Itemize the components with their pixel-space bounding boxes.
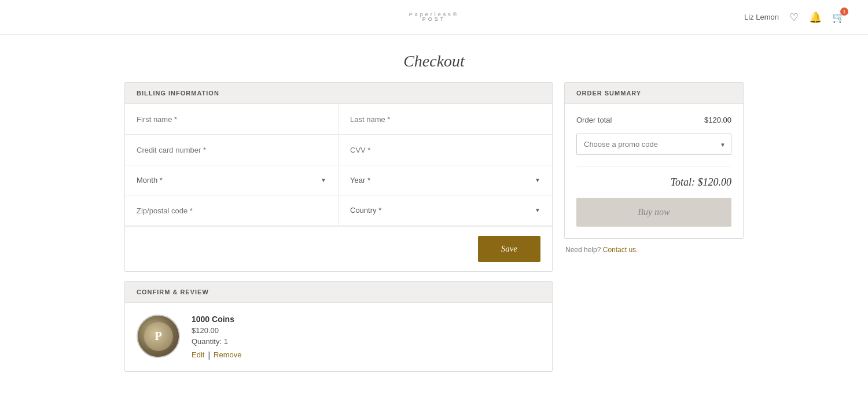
last-name-input[interactable] — [350, 115, 540, 124]
month-wrapper: Month * JanuaryFebruaryMarch AprilMayJun… — [137, 176, 326, 184]
product-thumbnail-inner: P — [144, 322, 173, 351]
credit-card-input[interactable] — [137, 146, 326, 154]
zip-cell — [125, 195, 339, 226]
order-total-row: Order total $120.00 — [576, 116, 731, 124]
cvv-cell — [339, 135, 552, 165]
month-cell: Month * JanuaryFebruaryMarch AprilMayJun… — [125, 165, 339, 195]
product-info: 1000 Coins $120.00 Quantity: 1 Edit | Re… — [192, 315, 241, 360]
order-divider — [576, 167, 731, 167]
zip-input[interactable] — [137, 206, 326, 215]
page-title: Checkout — [0, 35, 868, 82]
cart-icon[interactable]: 🛒 1 — [832, 11, 845, 24]
favorites-icon[interactable]: ♡ — [789, 11, 799, 24]
billing-section: BILLING INFORMATION — [124, 82, 553, 381]
confirm-card: CONFIRM & REVIEW P 1000 Coins $120.00 Qu… — [124, 281, 553, 372]
promo-select[interactable]: Choose a promo code — [576, 134, 731, 155]
site-logo: Paperless® POST — [409, 13, 459, 22]
product-thumbnail: P — [137, 315, 180, 358]
edit-link[interactable]: Edit — [192, 350, 204, 360]
credit-card-cell — [125, 135, 339, 165]
country-select[interactable]: Country * United StatesUnited Kingdom Ca… — [350, 206, 540, 215]
order-summary-card: ORDER SUMMARY Order total $120.00 Choose… — [564, 82, 744, 239]
billing-form: Month * JanuaryFebruaryMarch AprilMayJun… — [125, 104, 552, 226]
order-body: Order total $120.00 Choose a promo code … — [565, 104, 743, 238]
country-wrapper: Country * United StatesUnited Kingdom Ca… — [350, 206, 540, 215]
contact-link[interactable]: Contact us. — [603, 246, 638, 254]
save-row: Save — [125, 226, 552, 271]
order-total-display: Total: $120.00 — [576, 176, 731, 188]
action-separator: | — [208, 350, 210, 360]
billing-card: BILLING INFORMATION — [124, 82, 553, 272]
product-name: 1000 Coins — [192, 315, 241, 324]
cart-badge: 1 — [840, 8, 848, 16]
header-right: Liz Lemon ♡ 🔔 🛒 1 — [744, 11, 845, 24]
confirm-body: P 1000 Coins $120.00 Quantity: 1 Edit | … — [125, 303, 552, 371]
first-name-cell — [125, 104, 339, 135]
order-summary-section: ORDER SUMMARY Order total $120.00 Choose… — [564, 82, 744, 381]
promo-wrapper: Choose a promo code ▼ — [576, 134, 731, 155]
order-total-label: Order total — [576, 116, 612, 124]
need-help: Need help? Contact us. — [564, 246, 744, 254]
month-select[interactable]: Month * JanuaryFebruaryMarch AprilMayJun… — [137, 176, 326, 184]
year-select[interactable]: Year * 202420252026 202720282029 2030 — [350, 176, 540, 184]
buy-now-button[interactable]: Buy now — [576, 198, 731, 227]
product-quantity: Quantity: 1 — [192, 337, 241, 346]
last-name-cell — [339, 104, 552, 135]
first-name-input[interactable] — [137, 115, 326, 124]
order-summary-header: ORDER SUMMARY — [565, 83, 743, 104]
country-cell: Country * United StatesUnited Kingdom Ca… — [339, 195, 552, 226]
product-icon: P — [155, 330, 161, 343]
remove-link[interactable]: Remove — [214, 350, 241, 360]
year-wrapper: Year * 202420252026 202720282029 2030 ▼ — [350, 176, 540, 184]
product-actions: Edit | Remove — [192, 350, 241, 360]
billing-header: BILLING INFORMATION — [125, 83, 552, 104]
need-help-text: Need help? — [565, 246, 601, 254]
cvv-input[interactable] — [350, 146, 540, 154]
main-content: BILLING INFORMATION — [58, 82, 810, 381]
order-total-value: $120.00 — [704, 116, 731, 124]
confirm-header: CONFIRM & REVIEW — [125, 282, 552, 303]
year-cell: Year * 202420252026 202720282029 2030 ▼ — [339, 165, 552, 195]
notifications-icon[interactable]: 🔔 — [809, 11, 822, 24]
username-label: Liz Lemon — [744, 13, 779, 21]
site-header: Paperless® POST Liz Lemon ♡ 🔔 🛒 1 — [0, 0, 868, 35]
save-button[interactable]: Save — [478, 236, 540, 262]
product-price: $120.00 — [192, 326, 241, 335]
